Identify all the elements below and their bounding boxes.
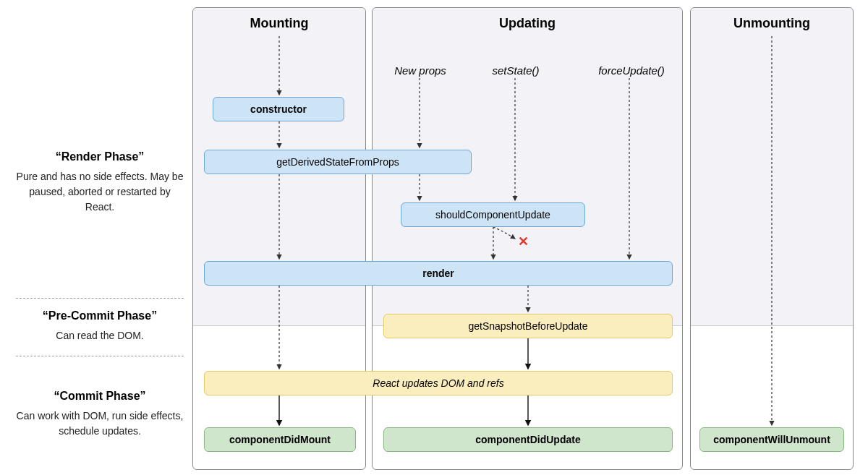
updating-title: Updating (373, 16, 682, 31)
box-constructor: constructor (213, 97, 344, 121)
precommit-phase-title: “Pre-Commit Phase” (16, 309, 184, 322)
precommit-phase-label: “Pre-Commit Phase” Can read the DOM. (16, 309, 184, 343)
render-phase-desc: Pure and has no side effects. May be pau… (16, 169, 184, 215)
trigger-force-update: forceUpdate() (592, 64, 671, 77)
precommit-phase-desc: Can read the DOM. (16, 328, 184, 343)
box-cdm: componentDidMount (204, 427, 356, 452)
divider-render-precommit (16, 298, 184, 299)
box-react-updates: React updates DOM and refs (204, 371, 673, 395)
commit-phase-desc: Can work with DOM, run side effects, sch… (16, 408, 184, 439)
render-phase-title: “Render Phase” (16, 150, 184, 163)
commit-phase-label: “Commit Phase” Can work with DOM, run si… (16, 390, 184, 439)
box-scu: shouldComponentUpdate (401, 202, 585, 227)
trigger-new-props: New props (388, 64, 453, 77)
unmounting-column: Unmounting (690, 7, 854, 470)
box-gdsfp: getDerivedStateFromProps (204, 150, 472, 174)
box-render: render (204, 261, 673, 286)
box-gsbu: getSnapshotBeforeUpdate (383, 314, 673, 338)
mounting-title: Mounting (193, 16, 365, 31)
unmounting-render-shade (691, 8, 853, 326)
commit-phase-title: “Commit Phase” (16, 390, 184, 403)
mounting-column: Mounting (192, 7, 366, 470)
phase-sidebar: “Render Phase” Pure and has no side effe… (16, 0, 184, 475)
render-phase-label: “Render Phase” Pure and has no side effe… (16, 150, 184, 215)
cross-icon: ✕ (518, 234, 529, 249)
unmounting-title: Unmounting (691, 16, 853, 31)
trigger-set-state: setState() (483, 64, 548, 77)
box-cwu: componentWillUnmount (699, 427, 844, 452)
divider-precommit-commit (16, 356, 184, 356)
box-cdu: componentDidUpdate (383, 427, 673, 452)
